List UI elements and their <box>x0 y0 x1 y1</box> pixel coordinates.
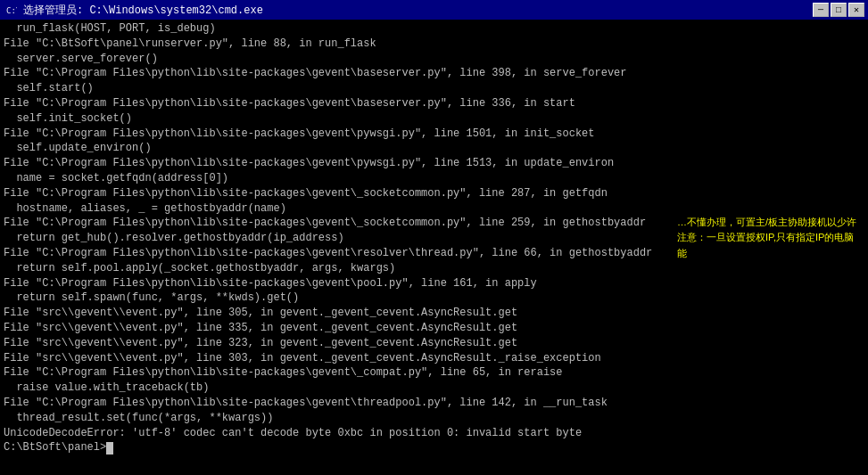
console-line: File "C:\Program Files\python\lib\site-p… <box>4 396 864 411</box>
console-line: self.init_socket() <box>4 111 864 127</box>
title-bar-title: 选择管理员: C:\Windows\system32\cmd.exe <box>23 3 263 18</box>
console-line: name = socket.getfqdn(address[0]) <box>4 171 864 186</box>
title-bar-left: C:\ 选择管理员: C:\Windows\system32\cmd.exe <box>4 3 263 18</box>
console-line: File "src\\gevent\\event.py", line 305, … <box>4 306 864 321</box>
console-line: UnicodeDecodeError: 'utf-8' codec can't … <box>4 426 864 441</box>
console-line: File "C:\Program Files\python\lib\site-p… <box>4 96 864 111</box>
svg-text:C:\: C:\ <box>6 6 17 15</box>
console-line: File "C:\Program Files\python\lib\site-p… <box>4 276 864 291</box>
cmd-icon: C:\ <box>4 3 18 17</box>
console-line: return self.spawn(func, *args, **kwds).g… <box>4 291 864 306</box>
hint-line2: 注意：一旦设置授权IP,只有指定IP的电脑能 <box>677 230 863 261</box>
console-line: File "C:\Program Files\python\lib\site-p… <box>4 127 864 142</box>
console-line: File "src\\gevent\\event.py", line 335, … <box>4 321 864 336</box>
console-cursor <box>106 442 113 455</box>
console-line: server.serve_forever() <box>4 52 864 67</box>
hint-panel: …不懂办理，可置主/板主协助接机以少许 注意：一旦设置授权IP,只有指定IP的电… <box>672 210 868 265</box>
console-line: run_flask(HOST, PORT, is_debug) <box>4 21 864 37</box>
console-line: thread_result.set(func(*args, **kwargs)) <box>4 411 864 426</box>
console-line: File "C:\Program Files\python\lib\site-p… <box>4 186 864 201</box>
close-button[interactable]: ✕ <box>848 3 864 17</box>
console-line: File "C:\Program Files\python\lib\site-p… <box>4 156 864 171</box>
minimize-button[interactable]: ─ <box>813 3 829 17</box>
console-prompt-text: C:\BtSoft\panel> <box>4 440 106 455</box>
hint-line1: …不懂办理，可置主/板主协助接机以少许 <box>677 214 863 230</box>
console-line: File "src\\gevent\\event.py", line 323, … <box>4 336 864 351</box>
console-line: self.update_environ() <box>4 141 864 156</box>
console-line: File "src\\gevent\\event.py", line 303, … <box>4 351 864 366</box>
console-line: File "C:\Program Files\python\lib\site-p… <box>4 66 864 81</box>
console-line: File "C:\Program Files\python\lib\site-p… <box>4 365 864 381</box>
console-line: raise value.with_traceback(tb) <box>4 381 864 396</box>
title-bar: C:\ 选择管理员: C:\Windows\system32\cmd.exe ─… <box>0 0 868 20</box>
console-line: File "C:\BtSoft\panel\runserver.py", lin… <box>4 37 864 52</box>
maximize-button[interactable]: □ <box>831 3 847 17</box>
console-prompt-line: C:\BtSoft\panel> <box>4 440 864 455</box>
title-bar-controls: ─ □ ✕ <box>813 3 864 17</box>
console-line: self.start() <box>4 81 864 96</box>
